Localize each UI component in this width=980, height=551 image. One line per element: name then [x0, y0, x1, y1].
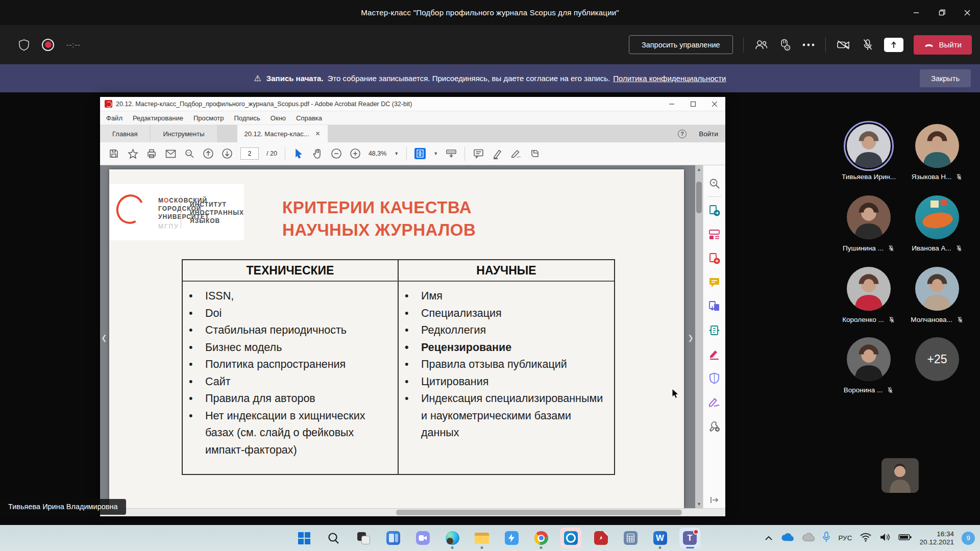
left-panel-toggle-icon[interactable]: ❮	[101, 334, 107, 342]
open-tools-pane-icon[interactable]	[703, 496, 726, 504]
minimize-button[interactable]	[903, 0, 929, 25]
page-number-input[interactable]	[240, 147, 259, 160]
menu-item-4[interactable]: Окно	[271, 114, 286, 122]
help-icon[interactable]: ?	[678, 130, 687, 138]
word-icon[interactable]: W	[650, 527, 670, 549]
zoom-in-icon[interactable]	[350, 148, 361, 159]
protect-pdf-icon[interactable]	[703, 366, 726, 390]
request-control-button[interactable]: Запросить управление	[629, 35, 733, 54]
sign-pen-icon[interactable]	[510, 148, 522, 159]
participant-tile[interactable]: Короленко ...	[835, 267, 903, 323]
certificates-icon[interactable]	[703, 390, 726, 414]
privacy-policy-link[interactable]: Политика конфиденциальности	[613, 74, 726, 83]
acrobat-close-button[interactable]	[704, 97, 725, 111]
wifi-icon[interactable]	[860, 533, 872, 544]
horizontal-scroll-thumb[interactable]	[396, 510, 682, 515]
scroll-up-icon[interactable]: ▲	[695, 167, 703, 172]
mic-off-icon[interactable]	[862, 38, 874, 52]
menu-item-2[interactable]: Просмотр	[193, 114, 224, 122]
sign-in-link[interactable]: Войти	[699, 130, 718, 138]
search-document-icon[interactable]	[703, 171, 726, 195]
more-options-icon[interactable]	[802, 43, 815, 46]
fill-sign-icon[interactable]	[703, 342, 726, 366]
menu-item-3[interactable]: Подпись	[234, 114, 260, 122]
chrome-browser-icon[interactable]	[531, 527, 551, 549]
quick-tab-1[interactable]: Инструменты	[151, 125, 216, 142]
acrobat-maximize-button[interactable]	[682, 97, 704, 111]
edit-pdf-icon[interactable]	[703, 222, 726, 246]
star-icon[interactable]	[127, 148, 138, 159]
widgets-icon[interactable]	[383, 527, 403, 549]
chat-icon[interactable]	[412, 527, 433, 549]
self-video-thumbnail[interactable]	[881, 458, 919, 493]
export-pdf-icon[interactable]	[703, 198, 726, 222]
zoom-level-value[interactable]: 48,3%	[369, 150, 386, 157]
create-pdf-icon[interactable]	[703, 246, 726, 270]
participant-tile[interactable]: Пушинина ...	[835, 195, 903, 252]
presentation-mode-icon[interactable]	[446, 148, 457, 159]
scroll-down-icon[interactable]: ▼	[695, 502, 703, 507]
combine-files-icon[interactable]	[703, 294, 726, 318]
overflow-count[interactable]: +25	[915, 337, 959, 381]
print-icon[interactable]	[146, 148, 157, 159]
start-button[interactable]	[294, 527, 314, 549]
file-explorer-icon[interactable]	[472, 527, 492, 549]
email-icon[interactable]	[165, 148, 176, 159]
clock[interactable]: 16:34 20.12.2021	[919, 530, 954, 546]
participant-tile[interactable]: Иванова А...	[903, 195, 971, 252]
document-tab[interactable]: 20.12. Мастер-клас... ✕	[237, 125, 328, 142]
comment-icon[interactable]	[473, 148, 484, 159]
document-tab-close-icon[interactable]: ✕	[315, 130, 321, 137]
share-screen-button[interactable]	[884, 38, 903, 52]
notification-badge[interactable]: 9	[962, 532, 975, 545]
stamp-icon[interactable]	[529, 148, 541, 159]
quick-tab-0[interactable]: Главная	[100, 125, 150, 142]
outlook-tile[interactable]	[560, 528, 581, 548]
cloud-icon[interactable]	[801, 533, 815, 543]
onedrive-icon[interactable]	[780, 533, 794, 543]
taskbar-search-icon[interactable]	[324, 527, 344, 549]
lightning-app-icon[interactable]	[501, 527, 522, 549]
zoom-out-icon[interactable]	[331, 148, 342, 159]
comment-tool-icon[interactable]	[703, 270, 726, 294]
vertical-scrollbar[interactable]: ▲ ▼	[695, 165, 703, 508]
leave-button[interactable]: Выйти	[914, 35, 972, 55]
menu-item-5[interactable]: Справка	[296, 114, 322, 122]
more-tools-icon[interactable]	[703, 414, 726, 438]
vertical-scroll-thumb[interactable]	[696, 182, 702, 213]
task-view-icon[interactable]	[353, 527, 374, 549]
participants-icon[interactable]	[754, 39, 768, 51]
search-icon[interactable]	[184, 148, 195, 159]
participant-tile[interactable]: Языкова Н...	[903, 124, 971, 181]
restore-button[interactable]	[929, 0, 954, 25]
menu-item-0[interactable]: Файл	[106, 114, 122, 122]
volume-icon[interactable]	[879, 533, 891, 544]
next-page-icon[interactable]	[222, 148, 233, 159]
highlight-pen-icon[interactable]	[492, 148, 503, 159]
banner-close-button[interactable]: Закрыть	[920, 69, 971, 87]
teams-tile[interactable]: T	[679, 528, 700, 548]
language-indicator[interactable]: РУС	[838, 534, 852, 542]
participant-tile[interactable]: Воронина ...	[835, 337, 903, 394]
zoom-dropdown-caret[interactable]: ▼	[394, 151, 399, 156]
tray-expand-icon[interactable]	[765, 534, 773, 543]
compress-pdf-icon[interactable]	[703, 318, 726, 342]
participants-overflow[interactable]: +25	[903, 337, 971, 381]
previous-page-icon[interactable]	[203, 148, 214, 159]
calculator-icon[interactable]	[620, 527, 641, 549]
right-panel-toggle-icon[interactable]: ❯	[688, 334, 694, 342]
mic-in-use-icon[interactable]	[822, 532, 830, 545]
participant-tile[interactable]: Молчанова...	[903, 267, 971, 323]
save-icon[interactable]	[108, 148, 119, 159]
edge-browser-icon[interactable]	[442, 527, 462, 549]
hand-tool-icon[interactable]	[312, 148, 323, 159]
fit-page-icon[interactable]	[414, 148, 426, 159]
acrobat-minimize-button[interactable]	[661, 97, 682, 111]
close-button[interactable]	[954, 0, 980, 25]
menu-item-1[interactable]: Редактирование	[133, 114, 183, 122]
participant-tile[interactable]: Тивьяева Ирин...	[835, 124, 903, 181]
fit-dropdown-caret[interactable]: ▼	[433, 151, 438, 156]
pdf-reader-icon[interactable]	[591, 527, 611, 549]
horizontal-scrollbar[interactable]	[100, 508, 725, 516]
select-tool-icon[interactable]	[293, 148, 304, 159]
